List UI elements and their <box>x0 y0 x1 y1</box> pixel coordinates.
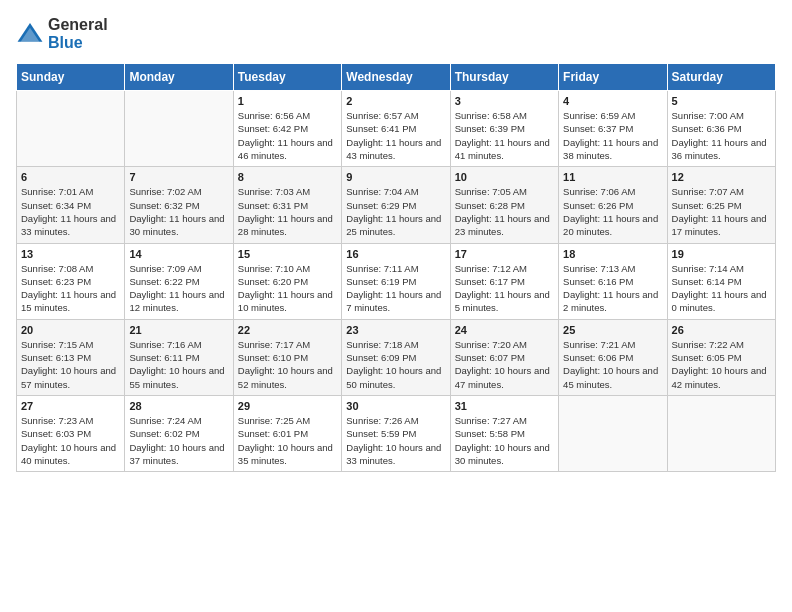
day-number: 23 <box>346 324 445 336</box>
day-info: Sunrise: 7:14 AMSunset: 6:14 PMDaylight:… <box>672 262 771 315</box>
day-info: Sunrise: 7:06 AMSunset: 6:26 PMDaylight:… <box>563 185 662 238</box>
calendar-table: SundayMondayTuesdayWednesdayThursdayFrid… <box>16 63 776 472</box>
day-number: 26 <box>672 324 771 336</box>
day-info: Sunrise: 7:01 AMSunset: 6:34 PMDaylight:… <box>21 185 120 238</box>
day-number: 18 <box>563 248 662 260</box>
day-number: 22 <box>238 324 337 336</box>
day-info: Sunrise: 7:21 AMSunset: 6:06 PMDaylight:… <box>563 338 662 391</box>
calendar-cell: 25Sunrise: 7:21 AMSunset: 6:06 PMDayligh… <box>559 319 667 395</box>
calendar-cell: 5Sunrise: 7:00 AMSunset: 6:36 PMDaylight… <box>667 91 775 167</box>
day-number: 21 <box>129 324 228 336</box>
weekday-header-tuesday: Tuesday <box>233 64 341 91</box>
calendar-cell <box>559 395 667 471</box>
header: General Blue <box>16 16 776 51</box>
day-info: Sunrise: 7:09 AMSunset: 6:22 PMDaylight:… <box>129 262 228 315</box>
day-number: 14 <box>129 248 228 260</box>
weekday-header-saturday: Saturday <box>667 64 775 91</box>
calendar-cell: 24Sunrise: 7:20 AMSunset: 6:07 PMDayligh… <box>450 319 558 395</box>
calendar-cell: 2Sunrise: 6:57 AMSunset: 6:41 PMDaylight… <box>342 91 450 167</box>
weekday-header-row: SundayMondayTuesdayWednesdayThursdayFrid… <box>17 64 776 91</box>
calendar-cell: 15Sunrise: 7:10 AMSunset: 6:20 PMDayligh… <box>233 243 341 319</box>
day-info: Sunrise: 7:27 AMSunset: 5:58 PMDaylight:… <box>455 414 554 467</box>
day-number: 10 <box>455 171 554 183</box>
day-info: Sunrise: 7:20 AMSunset: 6:07 PMDaylight:… <box>455 338 554 391</box>
weekday-header-monday: Monday <box>125 64 233 91</box>
day-info: Sunrise: 7:02 AMSunset: 6:32 PMDaylight:… <box>129 185 228 238</box>
day-number: 7 <box>129 171 228 183</box>
calendar-cell: 17Sunrise: 7:12 AMSunset: 6:17 PMDayligh… <box>450 243 558 319</box>
calendar-cell: 22Sunrise: 7:17 AMSunset: 6:10 PMDayligh… <box>233 319 341 395</box>
day-number: 17 <box>455 248 554 260</box>
logo-text-blue: Blue <box>48 34 108 52</box>
calendar-cell <box>17 91 125 167</box>
day-info: Sunrise: 7:03 AMSunset: 6:31 PMDaylight:… <box>238 185 337 238</box>
week-row-5: 27Sunrise: 7:23 AMSunset: 6:03 PMDayligh… <box>17 395 776 471</box>
calendar-cell: 20Sunrise: 7:15 AMSunset: 6:13 PMDayligh… <box>17 319 125 395</box>
day-number: 31 <box>455 400 554 412</box>
calendar-cell: 28Sunrise: 7:24 AMSunset: 6:02 PMDayligh… <box>125 395 233 471</box>
day-number: 2 <box>346 95 445 107</box>
day-info: Sunrise: 7:22 AMSunset: 6:05 PMDaylight:… <box>672 338 771 391</box>
calendar-cell: 19Sunrise: 7:14 AMSunset: 6:14 PMDayligh… <box>667 243 775 319</box>
day-info: Sunrise: 7:04 AMSunset: 6:29 PMDaylight:… <box>346 185 445 238</box>
logo-text-general: General <box>48 16 108 34</box>
day-number: 13 <box>21 248 120 260</box>
calendar-cell: 14Sunrise: 7:09 AMSunset: 6:22 PMDayligh… <box>125 243 233 319</box>
day-number: 27 <box>21 400 120 412</box>
day-number: 8 <box>238 171 337 183</box>
day-info: Sunrise: 7:25 AMSunset: 6:01 PMDaylight:… <box>238 414 337 467</box>
day-info: Sunrise: 7:18 AMSunset: 6:09 PMDaylight:… <box>346 338 445 391</box>
day-number: 24 <box>455 324 554 336</box>
calendar-cell: 6Sunrise: 7:01 AMSunset: 6:34 PMDaylight… <box>17 167 125 243</box>
week-row-1: 1Sunrise: 6:56 AMSunset: 6:42 PMDaylight… <box>17 91 776 167</box>
calendar-cell: 13Sunrise: 7:08 AMSunset: 6:23 PMDayligh… <box>17 243 125 319</box>
day-info: Sunrise: 7:26 AMSunset: 5:59 PMDaylight:… <box>346 414 445 467</box>
day-number: 3 <box>455 95 554 107</box>
day-number: 15 <box>238 248 337 260</box>
day-number: 29 <box>238 400 337 412</box>
day-number: 25 <box>563 324 662 336</box>
day-info: Sunrise: 7:12 AMSunset: 6:17 PMDaylight:… <box>455 262 554 315</box>
day-number: 12 <box>672 171 771 183</box>
calendar-cell: 29Sunrise: 7:25 AMSunset: 6:01 PMDayligh… <box>233 395 341 471</box>
weekday-header-wednesday: Wednesday <box>342 64 450 91</box>
weekday-header-sunday: Sunday <box>17 64 125 91</box>
calendar-cell <box>667 395 775 471</box>
day-info: Sunrise: 7:17 AMSunset: 6:10 PMDaylight:… <box>238 338 337 391</box>
day-info: Sunrise: 7:24 AMSunset: 6:02 PMDaylight:… <box>129 414 228 467</box>
weekday-header-thursday: Thursday <box>450 64 558 91</box>
week-row-3: 13Sunrise: 7:08 AMSunset: 6:23 PMDayligh… <box>17 243 776 319</box>
week-row-4: 20Sunrise: 7:15 AMSunset: 6:13 PMDayligh… <box>17 319 776 395</box>
day-number: 6 <box>21 171 120 183</box>
day-number: 16 <box>346 248 445 260</box>
day-number: 4 <box>563 95 662 107</box>
day-info: Sunrise: 7:11 AMSunset: 6:19 PMDaylight:… <box>346 262 445 315</box>
calendar-cell <box>125 91 233 167</box>
day-number: 5 <box>672 95 771 107</box>
calendar-cell: 26Sunrise: 7:22 AMSunset: 6:05 PMDayligh… <box>667 319 775 395</box>
logo-icon <box>16 20 44 48</box>
day-info: Sunrise: 6:56 AMSunset: 6:42 PMDaylight:… <box>238 109 337 162</box>
day-info: Sunrise: 7:08 AMSunset: 6:23 PMDaylight:… <box>21 262 120 315</box>
day-number: 20 <box>21 324 120 336</box>
calendar-cell: 12Sunrise: 7:07 AMSunset: 6:25 PMDayligh… <box>667 167 775 243</box>
calendar-cell: 3Sunrise: 6:58 AMSunset: 6:39 PMDaylight… <box>450 91 558 167</box>
logo: General Blue <box>16 16 108 51</box>
day-number: 11 <box>563 171 662 183</box>
calendar-cell: 31Sunrise: 7:27 AMSunset: 5:58 PMDayligh… <box>450 395 558 471</box>
day-info: Sunrise: 7:10 AMSunset: 6:20 PMDaylight:… <box>238 262 337 315</box>
day-info: Sunrise: 7:05 AMSunset: 6:28 PMDaylight:… <box>455 185 554 238</box>
calendar-cell: 4Sunrise: 6:59 AMSunset: 6:37 PMDaylight… <box>559 91 667 167</box>
calendar-cell: 27Sunrise: 7:23 AMSunset: 6:03 PMDayligh… <box>17 395 125 471</box>
day-info: Sunrise: 7:16 AMSunset: 6:11 PMDaylight:… <box>129 338 228 391</box>
day-info: Sunrise: 7:13 AMSunset: 6:16 PMDaylight:… <box>563 262 662 315</box>
day-info: Sunrise: 6:59 AMSunset: 6:37 PMDaylight:… <box>563 109 662 162</box>
day-info: Sunrise: 6:57 AMSunset: 6:41 PMDaylight:… <box>346 109 445 162</box>
calendar-cell: 9Sunrise: 7:04 AMSunset: 6:29 PMDaylight… <box>342 167 450 243</box>
calendar-cell: 16Sunrise: 7:11 AMSunset: 6:19 PMDayligh… <box>342 243 450 319</box>
calendar-cell: 18Sunrise: 7:13 AMSunset: 6:16 PMDayligh… <box>559 243 667 319</box>
calendar-cell: 30Sunrise: 7:26 AMSunset: 5:59 PMDayligh… <box>342 395 450 471</box>
day-number: 1 <box>238 95 337 107</box>
day-info: Sunrise: 7:07 AMSunset: 6:25 PMDaylight:… <box>672 185 771 238</box>
day-info: Sunrise: 6:58 AMSunset: 6:39 PMDaylight:… <box>455 109 554 162</box>
